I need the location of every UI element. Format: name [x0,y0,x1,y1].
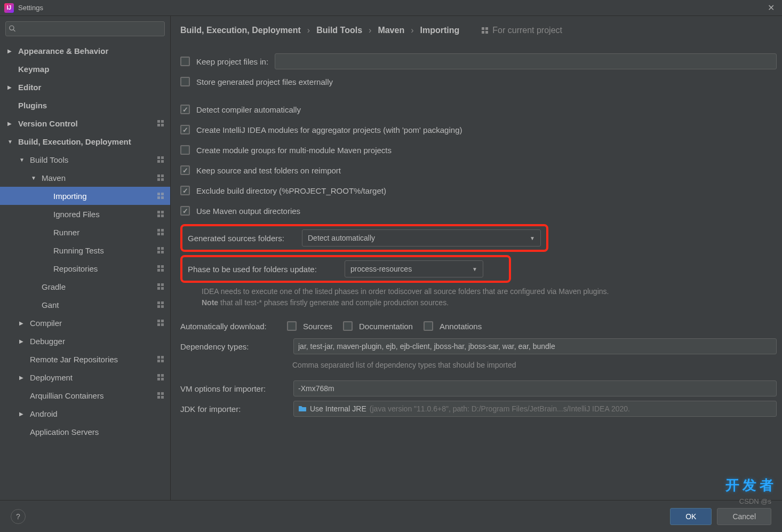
svg-rect-17 [161,196,164,199]
svg-rect-38 [157,301,160,304]
sidebar-item-gradle[interactable]: ▶Gradle [0,277,170,296]
svg-rect-2 [157,120,160,123]
svg-rect-40 [157,305,160,308]
documentation-checkbox[interactable] [343,321,353,331]
keep-project-files-input[interactable] [275,53,777,69]
store-externally-checkbox[interactable] [180,77,190,86]
project-icon [481,26,489,35]
sidebar-item-plugins[interactable]: ▶Plugins [0,96,170,114]
chevron-down-icon: ▼ [472,266,477,272]
create-groups-checkbox[interactable] [180,145,190,155]
project-scope-icon [156,264,165,273]
project-scope-icon [156,319,165,327]
svg-rect-8 [157,160,160,163]
sidebar-item-label: Application Servers [30,427,170,436]
sidebar-item-compiler[interactable]: ▶Compiler [0,314,170,332]
sidebar-item-label: Plugins [18,101,170,110]
generated-sources-combo[interactable]: Detect automatically▼ [302,229,541,247]
close-icon[interactable]: ✕ [764,3,778,13]
sidebar-item-importing[interactable]: ▶Importing [0,187,170,205]
svg-rect-10 [157,174,160,177]
dependency-types-input[interactable] [293,338,777,354]
project-scope-icon [156,373,165,382]
sidebar-item-maven[interactable]: ▼Maven [0,169,170,187]
svg-rect-61 [485,31,488,34]
create-groups-label: Create module groups for multi-module Ma… [196,146,392,155]
svg-rect-24 [157,233,160,235]
sidebar-item-appearance-behavior[interactable]: ▶Appearance & Behavior [0,42,170,60]
project-scope-icon [156,246,165,255]
sidebar-item-debugger[interactable]: ▶Debugger [0,332,170,350]
chevron-down-icon: ▼ [7,139,15,145]
svg-rect-45 [161,323,164,326]
svg-rect-53 [161,378,164,380]
phase-combo[interactable]: process-resources▼ [345,260,483,277]
sidebar-item-gant[interactable]: ▶Gant [0,296,170,314]
project-scope-icon [156,228,165,236]
use-output-label: Use Maven output directories [196,207,300,216]
crumb-2[interactable]: Build Tools [316,26,362,35]
sidebar-item-label: Debugger [30,337,170,346]
sidebar-item-build-tools[interactable]: ▼Build Tools [0,150,170,169]
sources-checkbox[interactable] [287,321,297,331]
exclude-build-checkbox[interactable] [180,186,190,195]
svg-rect-51 [161,374,164,377]
ok-button[interactable]: OK [670,508,712,525]
breadcrumb: Build, Execution, Deployment › Build Too… [180,26,782,35]
svg-rect-57 [161,396,164,399]
settings-tree: ▶Appearance & Behavior▶Keymap▶Editor▶Plu… [0,42,170,500]
svg-rect-15 [161,193,164,195]
sidebar-item-build-execution-deployment[interactable]: ▼Build, Execution, Deployment [0,132,170,150]
svg-rect-42 [157,320,160,322]
annotations-checkbox[interactable] [424,321,433,331]
svg-rect-35 [161,283,164,286]
sidebar-item-deployment[interactable]: ▶Deployment [0,368,170,386]
project-scope-icon [156,155,165,164]
svg-rect-16 [157,196,160,199]
sidebar-item-version-control[interactable]: ▶Version Control [0,114,170,132]
sidebar-item-label: Build, Execution, Deployment [18,137,170,146]
sidebar-item-editor[interactable]: ▶Editor [0,78,170,96]
sidebar-item-ignored-files[interactable]: ▶Ignored Files [0,205,170,223]
sidebar-item-remote-jar-repositories[interactable]: ▶Remote Jar Repositories [0,350,170,368]
svg-rect-56 [157,396,160,399]
search-input[interactable] [18,25,161,33]
keep-source-checkbox[interactable] [180,165,190,175]
crumb-3[interactable]: Maven [378,26,404,35]
sidebar-item-android[interactable]: ▶Android [0,404,170,423]
chevron-right-icon: ▶ [19,411,27,417]
sidebar-item-running-tests[interactable]: ▶Running Tests [0,241,170,259]
sidebar-item-application-servers[interactable]: ▶Application Servers [0,423,170,441]
crumb-1[interactable]: Build, Execution, Deployment [180,26,301,35]
jdk-importer-combo[interactable]: Use Internal JRE (java version "11.0.6+8… [293,401,777,417]
help-button[interactable]: ? [11,509,26,524]
detect-compiler-checkbox[interactable] [180,105,190,114]
sidebar-item-repositories[interactable]: ▶Repositories [0,259,170,277]
svg-rect-4 [157,124,160,126]
sidebar-item-keymap[interactable]: ▶Keymap [0,60,170,78]
svg-rect-12 [157,178,160,181]
svg-rect-26 [157,247,160,250]
cancel-button[interactable]: Cancel [717,508,771,525]
sidebar-item-arquillian-containers[interactable]: ▶Arquillian Containers [0,386,170,404]
create-modules-checkbox[interactable] [180,125,190,134]
vm-options-input[interactable] [293,380,777,396]
crumb-4: Importing [420,26,460,35]
search-input-wrap[interactable] [5,21,165,36]
svg-point-0 [10,26,14,30]
sidebar-item-label: Deployment [30,373,156,382]
chevron-right-icon: ▶ [7,48,15,54]
svg-rect-31 [161,265,164,268]
phase-highlight: Phase to be used for folders update: pro… [180,255,511,283]
svg-rect-20 [157,215,160,217]
use-output-checkbox[interactable] [180,206,190,216]
svg-rect-25 [161,233,164,235]
keep-project-files-checkbox[interactable] [180,57,190,66]
search-icon [9,25,16,33]
sidebar-item-runner[interactable]: ▶Runner [0,223,170,241]
svg-rect-5 [161,124,164,126]
svg-rect-6 [157,156,160,159]
chevron-right-icon: ▶ [19,375,27,380]
sidebar-item-label: Appearance & Behavior [18,46,170,55]
svg-rect-54 [157,392,160,395]
